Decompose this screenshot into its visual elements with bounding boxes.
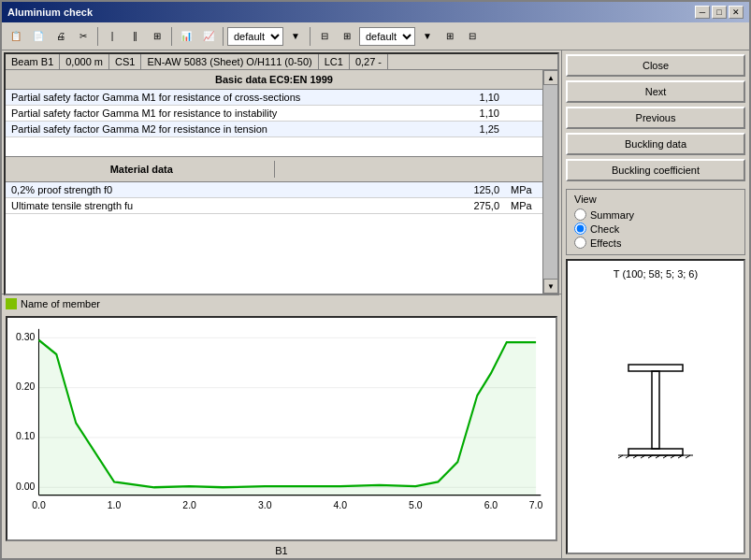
status-text: Name of member [21,298,100,309]
lc-label: LC1 [319,54,350,69]
toolbar-btn-9[interactable]: 📈 [198,26,219,47]
cs-label-header: CS1 [109,54,141,69]
radio-check-input[interactable] [574,223,586,235]
chart-svg: 0.30 0.20 0.10 0.00 0.0 [7,318,556,539]
row-unit [505,122,542,137]
main-window: Aluminium check ─ □ ✕ 📋 📄 🖨 ✂ | ‖ ⊞ 📊 📈 … [0,0,751,560]
row-label: 0,2% proof strength f0 [6,182,458,198]
basic-data-table: Partial safety factor Gamma M1 for resis… [6,90,542,137]
svg-text:7.0: 7.0 [529,498,543,510]
svg-text:0.10: 0.10 [16,430,35,442]
main-panel: Beam B1 0,000 m CS1 EN-AW 5083 (Sheet) O… [2,50,562,558]
value-label: 0,27 - [350,54,388,69]
window-title: Aluminium check [7,7,93,18]
close-window-button[interactable]: ✕ [729,6,744,19]
row-label: Partial safety factor Gamma M2 for resis… [6,122,458,137]
svg-text:3.0: 3.0 [258,498,272,510]
buckling-data-button[interactable]: Buckling data [566,133,745,155]
toolbar-separator-3 [223,27,224,46]
svg-text:0.0: 0.0 [32,498,46,510]
radio-summary-label: Summary [590,209,634,221]
basic-data-title: Basic data EC9:EN 1999 [6,70,542,90]
scroll-up-btn[interactable]: ▲ [543,70,557,85]
row-value: 1,10 [458,106,505,122]
toolbar-btn-12[interactable]: ⊞ [440,26,460,47]
svg-marker-18 [38,340,536,495]
row-label: Partial safety factor Gamma M1 for resis… [6,90,458,106]
svg-rect-19 [628,365,683,371]
table-row: Partial safety factor Gamma M1 for resis… [6,106,542,122]
toolbar-separator-4 [310,27,311,46]
svg-text:4.0: 4.0 [334,498,348,510]
beam-label: Beam B1 [6,54,60,69]
minimize-button[interactable]: ─ [695,6,710,19]
previous-button[interactable]: Previous [566,107,745,129]
radio-summary[interactable]: Summary [574,208,737,221]
row-unit: MPa [505,182,542,198]
table-row: 0,2% proof strength f0 125,0 MPa [6,182,542,198]
row-unit: MPa [505,198,542,214]
buckling-coefficient-button[interactable]: Buckling coefficient [566,159,745,181]
radio-effects-input[interactable] [574,237,586,249]
radio-summary-input[interactable] [574,208,586,221]
row-label: Ultimate tensile strength fu [6,198,458,214]
svg-text:0.20: 0.20 [16,380,35,392]
toolbar: 📋 📄 🖨 ✂ | ‖ ⊞ 📊 📈 default ▼ ⊟ ⊞ default … [2,22,749,50]
title-bar: Aluminium check ─ □ ✕ [2,2,749,22]
radio-effects-label: Effects [590,237,621,249]
row-value: 1,10 [458,90,505,106]
close-button[interactable]: Close [566,54,745,77]
radio-effects[interactable]: Effects [574,237,737,249]
toolbar-select-1[interactable]: default [227,27,283,46]
svg-text:0.30: 0.30 [16,330,35,342]
toolbar-btn-8[interactable]: 📊 [176,26,196,47]
material-data-table: 0,2% proof strength f0 125,0 MPa Ultimat… [6,182,542,214]
radio-check-label: Check [590,223,619,235]
toolbar-btn-5[interactable]: | [102,26,123,47]
radio-check[interactable]: Check [574,223,737,235]
maximize-button[interactable]: □ [712,6,727,19]
table-row: Ultimate tensile strength fu 275,0 MPa [6,198,542,214]
svg-text:5.0: 5.0 [409,498,423,510]
toolbar-btn-13[interactable]: ⊟ [462,26,483,47]
toolbar-btn-6[interactable]: ‖ [124,26,145,47]
toolbar-separator-1 [97,27,98,46]
row-unit [505,106,542,122]
material-header-label: Material data [9,161,274,178]
toolbar-btn-7[interactable]: ⊞ [147,26,167,47]
toolbar-select-2[interactable]: default [359,27,415,46]
svg-text:2.0: 2.0 [182,498,196,510]
toolbar-dropdown-btn-2[interactable]: ▼ [417,26,438,47]
view-group: View Summary Check Effects [566,189,745,255]
right-panel: Close Next Previous Buckling data Buckli… [562,50,749,558]
table-row: Partial safety factor Gamma M2 for resis… [6,122,542,137]
content-area: Beam B1 0,000 m CS1 EN-AW 5083 (Sheet) O… [2,50,749,558]
scroll-track[interactable] [543,85,557,279]
status-icon [6,298,17,309]
toolbar-dropdown-btn-1[interactable]: ▼ [285,26,306,47]
toolbar-btn-2[interactable]: 📄 [28,26,49,47]
toolbar-btn-11[interactable]: ⊞ [337,26,357,47]
position-label: 0,000 m [60,54,109,69]
svg-text:0.00: 0.00 [16,480,35,492]
row-unit [505,90,542,106]
row-label: Partial safety factor Gamma M1 for resis… [6,106,458,122]
svg-text:1.0: 1.0 [108,498,122,510]
row-value: 125,0 [458,182,505,198]
standard-label: EN-AW 5083 (Sheet) O/H111 (0-50) [141,54,318,69]
toolbar-btn-1[interactable]: 📋 [6,26,26,47]
cross-section-display: T (100; 58; 5; 3; 6) [566,259,745,554]
chart-area: 0.30 0.20 0.10 0.00 0.0 [6,316,557,541]
cross-section-label: T (100; 58; 5; 3; 6) [568,268,744,280]
row-value: 1,25 [458,122,505,137]
title-bar-controls: ─ □ ✕ [695,6,744,19]
scroll-down-btn[interactable]: ▼ [543,279,557,294]
row-value: 275,0 [458,198,505,214]
toolbar-btn-3[interactable]: 🖨 [51,26,71,47]
vertical-scrollbar[interactable]: ▲ ▼ [542,70,557,294]
toolbar-btn-4[interactable]: ✂ [73,26,94,47]
status-bar: Name of member [2,294,561,312]
material-data-title: Material data [6,156,542,182]
toolbar-btn-10[interactable]: ⊟ [314,26,335,47]
next-button[interactable]: Next [566,80,745,103]
